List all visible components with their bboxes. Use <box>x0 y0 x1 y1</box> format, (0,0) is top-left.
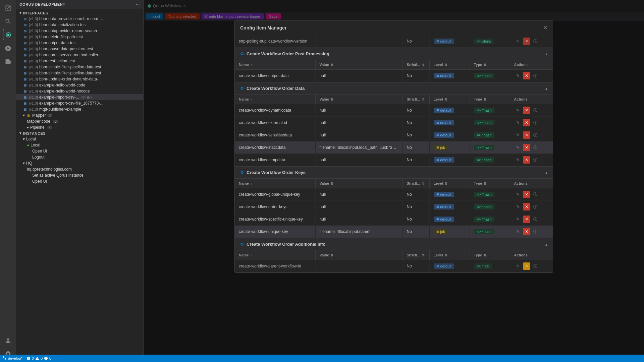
section-collapse-button[interactable]: ▴ <box>545 170 547 175</box>
sidebar-item-bbm-6[interactable]: ⊞ [v1.0] bbm-pause-data-passthru-test <box>16 46 143 52</box>
grid-icon: ⊞ <box>23 77 28 81</box>
search-icon[interactable] <box>3 16 13 27</box>
edit-action-button[interactable]: ✎ <box>514 144 522 151</box>
info-action-button[interactable]: ⓘ <box>532 38 539 45</box>
info-action-button[interactable]: ⓘ <box>532 72 539 79</box>
info-action-button[interactable]: ⓘ <box>532 228 539 235</box>
sidebar-item-bbm-1[interactable]: ⊞ [v1.0] bbm-data-provider-search-record… <box>16 16 143 22</box>
edit-action-button[interactable]: ✎ <box>514 107 522 114</box>
actions-container: ✎ ✕ ⓘ <box>514 262 549 270</box>
type-badge: </> *hash <box>474 229 494 234</box>
pipeline-item[interactable]: ▸ Pipeline 4 <box>16 124 143 130</box>
hq-instance[interactable]: hq.qoretechnologies.com <box>16 166 143 172</box>
hq-group[interactable]: ▾ HQ <box>16 160 143 166</box>
sort-icon: ⇅ <box>331 98 333 101</box>
branch-status[interactable]: develop* <box>3 356 22 360</box>
open-ui-local[interactable]: Open UI <box>16 148 143 154</box>
sidebar-item-example-1[interactable]: ⊞ [v1.0] example-hello-world-code <box>16 82 143 88</box>
delete-action-button[interactable]: ✕ <box>523 131 530 139</box>
row-type: </> string <box>470 35 510 48</box>
mapper-section[interactable]: ▾ ⊞ Mapper 7 <box>16 112 143 118</box>
edit-action-button[interactable]: ✎ <box>514 131 522 139</box>
section-additional-info: ⚙ Create Workflow Order Additional Info … <box>235 238 553 273</box>
type-badge: </> *hash <box>474 217 494 222</box>
additional-info-table: Name ↑ Value ⇅ Strictl... ⇅ Level ⇅ Type… <box>235 250 553 273</box>
info-action-button[interactable]: ⓘ <box>532 191 539 198</box>
section-header-order-data: ⚙ Create Workflow Order Data ▴ <box>235 82 553 95</box>
delete-action-button[interactable]: ✕ <box>523 191 530 198</box>
mapper-code-item[interactable]: Mapper code 0 <box>16 118 143 124</box>
sidebar-item-bbm-10[interactable]: ⊞ [v1.0] bbm-simple-filter-pipeline-data… <box>16 70 143 76</box>
info-action-button[interactable]: ⓘ <box>532 144 539 151</box>
sidebar-item-bbm-9[interactable]: ⊞ [v1.0] bbm-simple-filter-pipeline-data… <box>16 64 143 70</box>
type-badge: </> *link <box>474 263 492 269</box>
open-ui-hq[interactable]: Open UI <box>16 178 143 184</box>
section-collapse-button[interactable]: ▴ <box>545 52 547 56</box>
local-group[interactable]: ▾ Local <box>16 136 143 142</box>
edit-action-button[interactable]: ✎ <box>514 216 522 223</box>
sidebar-item-bbm-11[interactable]: ⊞ [v1.0] bbm-update-order-dynamic-data-.… <box>16 76 143 82</box>
row-value: null <box>315 129 402 141</box>
sidebar-item-bbm-3[interactable]: ⊞ [v1.0] bbm-dataprovider-record-search-… <box>16 28 143 34</box>
above-fold-table: srtp-polling-duplicate-workflow-version … <box>235 35 553 48</box>
sidebar-item-example-3[interactable]: ⊞ [v1.0] example-import-csv-... </> ⊞ × <box>16 94 143 100</box>
extensions-icon[interactable] <box>3 56 13 67</box>
edit-action-button[interactable]: ✎ <box>514 72 522 79</box>
type-badge: </> *hash <box>474 132 494 138</box>
info-action-button[interactable]: ⓘ <box>532 119 539 126</box>
actions-container: ✎ ✕ ⓘ <box>514 119 549 126</box>
section-collapse-button[interactable]: ▴ <box>545 86 547 91</box>
modal-close-button[interactable]: ✕ <box>543 24 547 31</box>
col-name: Name ↑ <box>235 250 315 260</box>
delete-action-button[interactable]: ✕ <box>523 156 530 164</box>
sidebar-item-bbm-4[interactable]: ⊞ [v1.0] bbm-delete-file-path-test <box>16 34 143 40</box>
explorer-icon[interactable] <box>3 3 13 13</box>
more-actions-icon[interactable]: ··· <box>136 2 140 7</box>
sidebar-item-mqtt[interactable]: ⊞ [v1.0] mqtt-publisher-example <box>16 106 143 112</box>
local-instance[interactable]: ● Local <box>16 142 143 148</box>
sidebar-item-bbm-8[interactable]: ⊞ [v1.0] bbm-rest-action-test <box>16 58 143 64</box>
logout-local[interactable]: Logout <box>16 154 143 160</box>
delete-action-button[interactable]: ✕ <box>523 72 530 79</box>
info-action-button[interactable]: ⓘ <box>532 107 539 114</box>
edit-action-button[interactable]: ✎ <box>514 228 522 235</box>
table-row: create-workflow-tempdata null No ⊞ defau… <box>235 154 553 166</box>
edit-action-button[interactable]: ✎ <box>514 262 522 270</box>
accounts-icon[interactable] <box>3 335 13 346</box>
sidebar-item-bbm-5[interactable]: ⊞ [v1.0] bbm-output-data-test <box>16 40 143 46</box>
instances-section-header[interactable]: ▾ INSTANCES <box>16 130 143 136</box>
delete-action-button[interactable]: ✕ <box>523 262 530 270</box>
errors-status[interactable]: 0 0 0 <box>26 356 51 360</box>
set-active-hq[interactable]: Set as active Qorus instance <box>16 172 143 178</box>
section-order-keys: ⚙ Create Workflow Order Keys ▴ Name ↑ Va… <box>235 166 553 238</box>
delete-action-button[interactable]: ✕ <box>523 228 530 235</box>
edit-action-button[interactable]: ✎ <box>514 38 522 45</box>
type-badge: </> *hash <box>474 108 494 113</box>
section-collapse-button[interactable]: ▴ <box>545 242 547 247</box>
edit-action-button[interactable]: ✎ <box>514 156 522 164</box>
qorus-icon[interactable] <box>3 29 13 40</box>
actions-container: ✎ ✕ ⓘ <box>514 72 549 79</box>
sidebar-item-bbm-7[interactable]: ⊞ [v1.0] bbm-qorus-service-method-caller… <box>16 52 143 58</box>
info-action-button[interactable]: ⓘ <box>532 156 539 164</box>
delete-action-button[interactable]: ✕ <box>523 203 530 210</box>
interfaces-section-header[interactable]: ▾ INTERFACES <box>16 10 143 16</box>
sidebar-item-bbm-2[interactable]: ⊞ [v1.0] bbm-data-serialization-test <box>16 22 143 28</box>
edit-action-button[interactable]: ✎ <box>514 119 522 126</box>
info-action-button[interactable]: ⓘ <box>532 216 539 223</box>
type-badge: </> *hash <box>474 157 494 163</box>
info-action-button[interactable]: ⓘ <box>532 203 539 210</box>
delete-action-button[interactable]: ✕ <box>523 216 530 223</box>
grid-icon: ⊞ <box>23 47 28 51</box>
edit-action-button[interactable]: ✎ <box>514 203 522 210</box>
edit-action-button[interactable]: ✎ <box>514 191 522 198</box>
sidebar-item-example-2[interactable]: ⊞ [v1.0] example-hello-world-nocode <box>16 88 143 94</box>
sidebar-item-example-4[interactable]: ⊞ [v1.0] example-import-csv-file_1675773… <box>16 100 143 106</box>
delete-action-button[interactable]: ✕ <box>523 38 530 45</box>
git-icon[interactable] <box>3 43 13 54</box>
info-action-button[interactable]: ⓘ <box>532 131 539 139</box>
delete-action-button[interactable]: ✕ <box>523 119 530 126</box>
delete-action-button[interactable]: ✕ <box>523 107 530 114</box>
delete-action-button[interactable]: ✕ <box>523 144 530 151</box>
info-action-button[interactable]: ⓘ <box>532 262 539 270</box>
